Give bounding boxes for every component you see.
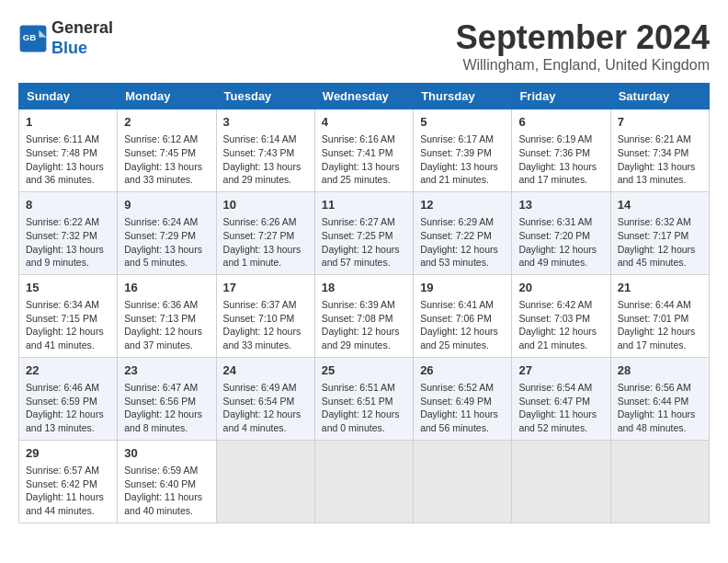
calendar-week-row: 22 Sunrise: 6:46 AM Sunset: 6:59 PM Dayl… <box>19 357 710 440</box>
logo-line2: Blue <box>51 39 113 59</box>
daylight-text: Daylight: 13 hours and 33 minutes. <box>124 161 202 186</box>
table-row: 18 Sunrise: 6:39 AM Sunset: 7:08 PM Dayl… <box>314 274 413 357</box>
sunset-text: Sunset: 7:25 PM <box>322 230 393 241</box>
sunrise-text: Sunrise: 6:51 AM <box>322 382 395 393</box>
col-tuesday: Tuesday <box>216 84 314 109</box>
table-row: 7 Sunrise: 6:21 AM Sunset: 7:34 PM Dayli… <box>610 109 709 192</box>
table-row: 9 Sunrise: 6:24 AM Sunset: 7:29 PM Dayli… <box>118 191 216 274</box>
sunrise-text: Sunrise: 6:36 AM <box>124 299 198 310</box>
col-friday: Friday <box>512 84 610 109</box>
col-saturday: Saturday <box>610 84 709 109</box>
day-number: 20 <box>518 280 603 296</box>
table-row: 19 Sunrise: 6:41 AM Sunset: 7:06 PM Dayl… <box>414 274 512 357</box>
sunrise-text: Sunrise: 6:46 AM <box>26 382 99 393</box>
daylight-text: Daylight: 13 hours and 5 minutes. <box>124 244 202 269</box>
sunset-text: Sunset: 7:34 PM <box>618 147 689 158</box>
table-row: 30 Sunrise: 6:59 AM Sunset: 6:40 PM Dayl… <box>118 440 216 523</box>
sunrise-text: Sunrise: 6:52 AM <box>420 382 494 393</box>
sunrise-text: Sunrise: 6:54 AM <box>518 382 592 393</box>
day-number: 27 <box>518 362 603 379</box>
daylight-text: Daylight: 13 hours and 29 minutes. <box>223 161 301 186</box>
day-number: 18 <box>322 280 406 296</box>
table-row: 27 Sunrise: 6:54 AM Sunset: 6:47 PM Dayl… <box>512 357 610 440</box>
sunrise-text: Sunrise: 6:41 AM <box>420 299 494 310</box>
table-row: 2 Sunrise: 6:12 AM Sunset: 7:45 PM Dayli… <box>118 109 216 192</box>
sunset-text: Sunset: 7:06 PM <box>420 313 492 324</box>
sunset-text: Sunset: 7:27 PM <box>223 230 295 241</box>
table-row: 1 Sunrise: 6:11 AM Sunset: 7:48 PM Dayli… <box>19 109 118 192</box>
daylight-text: Daylight: 12 hours and 0 minutes. <box>322 408 400 433</box>
sunrise-text: Sunrise: 6:31 AM <box>518 216 592 227</box>
daylight-text: Daylight: 12 hours and 8 minutes. <box>124 408 202 433</box>
title-area: September 2024 Willingham, England, Unit… <box>456 18 710 74</box>
calendar-week-row: 29 Sunrise: 6:57 AM Sunset: 6:42 PM Dayl… <box>19 440 710 523</box>
day-number: 8 <box>26 197 110 213</box>
day-number: 30 <box>124 445 209 462</box>
sunset-text: Sunset: 7:36 PM <box>518 147 590 158</box>
sunset-text: Sunset: 7:20 PM <box>518 230 590 241</box>
day-number: 3 <box>223 114 308 131</box>
sunrise-text: Sunrise: 6:27 AM <box>322 216 395 227</box>
day-number: 9 <box>124 197 209 213</box>
sunrise-text: Sunrise: 6:29 AM <box>420 216 494 227</box>
sunset-text: Sunset: 6:47 PM <box>518 396 590 407</box>
daylight-text: Daylight: 13 hours and 25 minutes. <box>322 161 400 186</box>
logo: GB General Blue <box>18 18 113 58</box>
table-row: 12 Sunrise: 6:29 AM Sunset: 7:22 PM Dayl… <box>414 191 512 274</box>
sunset-text: Sunset: 7:01 PM <box>618 313 689 324</box>
sunrise-text: Sunrise: 6:37 AM <box>223 299 297 310</box>
table-row: 16 Sunrise: 6:36 AM Sunset: 7:13 PM Dayl… <box>118 274 216 357</box>
day-number: 29 <box>26 445 110 462</box>
day-number: 7 <box>618 114 702 131</box>
calendar-week-row: 8 Sunrise: 6:22 AM Sunset: 7:32 PM Dayli… <box>19 191 710 274</box>
daylight-text: Daylight: 13 hours and 1 minute. <box>223 244 301 269</box>
daylight-text: Daylight: 12 hours and 25 minutes. <box>420 326 498 350</box>
daylight-text: Daylight: 11 hours and 56 minutes. <box>420 408 498 433</box>
sunrise-text: Sunrise: 6:24 AM <box>124 216 198 227</box>
day-number: 4 <box>322 114 406 131</box>
table-row <box>512 440 610 523</box>
sunset-text: Sunset: 6:40 PM <box>124 478 196 489</box>
table-row: 23 Sunrise: 6:47 AM Sunset: 6:56 PM Dayl… <box>118 357 216 440</box>
table-row: 20 Sunrise: 6:42 AM Sunset: 7:03 PM Dayl… <box>512 274 610 357</box>
table-row: 25 Sunrise: 6:51 AM Sunset: 6:51 PM Dayl… <box>314 357 413 440</box>
sunrise-text: Sunrise: 6:47 AM <box>124 382 198 393</box>
calendar-header-row: Sunday Monday Tuesday Wednesday Thursday… <box>19 84 710 109</box>
day-number: 28 <box>618 362 702 379</box>
table-row: 10 Sunrise: 6:26 AM Sunset: 7:27 PM Dayl… <box>216 191 314 274</box>
day-number: 17 <box>223 280 308 296</box>
day-number: 19 <box>420 280 505 296</box>
sunrise-text: Sunrise: 6:12 AM <box>124 133 198 144</box>
sunset-text: Sunset: 6:42 PM <box>26 478 97 489</box>
daylight-text: Daylight: 12 hours and 49 minutes. <box>518 244 597 269</box>
day-number: 13 <box>518 197 603 213</box>
location: Willingham, England, United Kingdom <box>456 57 710 74</box>
sunrise-text: Sunrise: 6:49 AM <box>223 382 297 393</box>
day-number: 2 <box>124 114 209 131</box>
sunrise-text: Sunrise: 6:59 AM <box>124 465 198 476</box>
sunrise-text: Sunrise: 6:32 AM <box>618 216 691 227</box>
day-number: 23 <box>124 362 209 379</box>
daylight-text: Daylight: 12 hours and 4 minutes. <box>223 408 301 433</box>
month-title: September 2024 <box>456 18 710 57</box>
table-row: 6 Sunrise: 6:19 AM Sunset: 7:36 PM Dayli… <box>512 109 610 192</box>
day-number: 25 <box>322 362 406 379</box>
calendar-week-row: 15 Sunrise: 6:34 AM Sunset: 7:15 PM Dayl… <box>19 274 710 357</box>
sunrise-text: Sunrise: 6:39 AM <box>322 299 395 310</box>
svg-text:GB: GB <box>23 31 36 41</box>
sunset-text: Sunset: 7:41 PM <box>322 147 393 158</box>
table-row: 22 Sunrise: 6:46 AM Sunset: 6:59 PM Dayl… <box>19 357 118 440</box>
daylight-text: Daylight: 12 hours and 33 minutes. <box>223 326 301 350</box>
table-row: 24 Sunrise: 6:49 AM Sunset: 6:54 PM Dayl… <box>216 357 314 440</box>
daylight-text: Daylight: 12 hours and 45 minutes. <box>618 244 696 269</box>
sunrise-text: Sunrise: 6:26 AM <box>223 216 297 227</box>
table-row: 17 Sunrise: 6:37 AM Sunset: 7:10 PM Dayl… <box>216 274 314 357</box>
table-row: 21 Sunrise: 6:44 AM Sunset: 7:01 PM Dayl… <box>610 274 709 357</box>
col-thursday: Thursday <box>414 84 512 109</box>
sunset-text: Sunset: 6:56 PM <box>124 396 196 407</box>
daylight-text: Daylight: 12 hours and 21 minutes. <box>518 326 597 350</box>
daylight-text: Daylight: 12 hours and 29 minutes. <box>322 326 400 350</box>
daylight-text: Daylight: 12 hours and 13 minutes. <box>26 408 104 433</box>
day-number: 5 <box>420 114 505 131</box>
daylight-text: Daylight: 13 hours and 13 minutes. <box>618 161 696 186</box>
